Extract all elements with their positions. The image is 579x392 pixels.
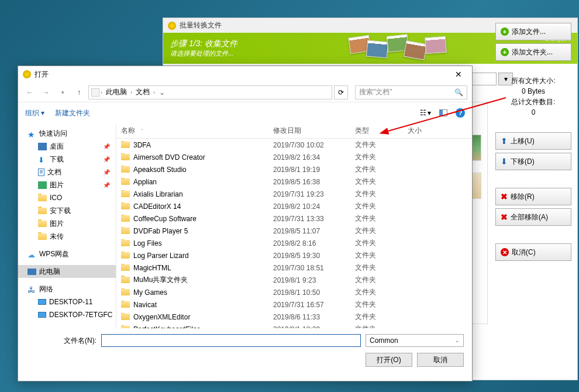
organize-button[interactable]: 组织 ▾ bbox=[25, 108, 44, 118]
chevron-right-icon[interactable]: › bbox=[130, 90, 132, 95]
file-row[interactable]: DVDFab Player 52019/8/5 11:07文件夹 bbox=[116, 225, 472, 237]
file-row[interactable]: Apeaksoft Studio2019/8/1 19:19文件夹 bbox=[116, 163, 472, 176]
file-name: Applian bbox=[133, 178, 157, 186]
tree-item[interactable]: ⬇下载📌 bbox=[18, 153, 116, 166]
file-row[interactable]: MuMu共享文件夹2019/8/1 9:23文件夹 bbox=[116, 274, 472, 286]
cancel-button[interactable]: 取消 bbox=[417, 353, 464, 367]
breadcrumb[interactable]: › 此电脑 › 文档 › ⌄ bbox=[88, 85, 332, 99]
file-type: 文件夹 bbox=[350, 275, 403, 285]
file-name: My Games bbox=[133, 288, 167, 297]
remove-button[interactable]: ✖移除(R) bbox=[495, 188, 571, 205]
chevron-right-icon[interactable]: › bbox=[153, 90, 155, 95]
file-row[interactable]: CADEditorX 142019/8/2 10:24文件夹 bbox=[116, 200, 472, 212]
pictures-icon bbox=[38, 181, 47, 189]
chevron-right-icon[interactable]: › bbox=[101, 90, 102, 95]
file-name: Log Parser Lizard bbox=[133, 252, 189, 260]
tree-item[interactable]: DESKTOP-11 bbox=[18, 295, 116, 308]
tree-item[interactable]: ICO bbox=[18, 191, 116, 204]
search-placeholder: 搜索"文档" bbox=[359, 87, 392, 97]
search-input[interactable]: 搜索"文档" 🔍 bbox=[355, 85, 467, 99]
file-type: 文件夹 bbox=[350, 214, 403, 223]
col-date-header[interactable]: 修改日期 bbox=[268, 126, 350, 136]
file-row[interactable]: Aimersoft DVD Creator2019/8/2 16:34文件夹 bbox=[116, 151, 472, 163]
back-button[interactable]: ← bbox=[23, 85, 37, 99]
file-name: Aimersoft DVD Creator bbox=[133, 153, 205, 161]
plus-icon: + bbox=[501, 27, 509, 36]
file-row[interactable]: PerfectKeyboardFiles2019/8/1 18:39文件夹 bbox=[116, 323, 472, 328]
document-icon bbox=[38, 169, 44, 176]
file-type: 文件夹 bbox=[350, 189, 403, 199]
folder-icon bbox=[121, 252, 130, 259]
file-type: 文件夹 bbox=[350, 177, 403, 187]
doc-icon bbox=[91, 88, 99, 97]
remove-all-button[interactable]: ✖全部移除(A) bbox=[495, 208, 571, 226]
filetype-filter[interactable]: Common⌄ bbox=[366, 334, 464, 347]
file-type: 文件夹 bbox=[350, 287, 403, 297]
folder-icon bbox=[121, 191, 130, 197]
tree-item-label: 下载 bbox=[50, 154, 64, 164]
filename-input[interactable] bbox=[101, 334, 361, 347]
file-name: Axialis Librarian bbox=[133, 190, 183, 198]
open-button[interactable]: 打开(O) bbox=[366, 353, 412, 367]
breadcrumb-segment[interactable]: 此电脑 bbox=[104, 87, 129, 97]
network-icon: 🖧 bbox=[27, 286, 36, 293]
view-mode-button[interactable]: ☷ ▾ bbox=[420, 109, 431, 117]
refresh-button[interactable]: ⟳ bbox=[334, 85, 348, 99]
tree-item[interactable]: ★快速访问 bbox=[18, 127, 116, 140]
pin-icon: 📌 bbox=[103, 182, 110, 188]
help-icon[interactable]: ? bbox=[456, 108, 465, 118]
tree-item[interactable]: 图片 bbox=[18, 217, 116, 230]
file-name: Log Files bbox=[133, 239, 162, 247]
tree-item[interactable]: 🖧网络 bbox=[18, 283, 116, 295]
tree-item[interactable]: 此电脑 bbox=[18, 265, 116, 278]
file-name: CoffeeCup Software bbox=[133, 215, 197, 223]
tree-item[interactable]: ☁WPS网盘 bbox=[18, 247, 116, 260]
up-button[interactable]: ↑ bbox=[72, 85, 86, 99]
file-row[interactable]: CoffeeCup Software2019/7/31 13:33文件夹 bbox=[116, 212, 472, 225]
tree-item[interactable]: 未传 bbox=[18, 230, 116, 243]
breadcrumb-segment[interactable]: 文档 bbox=[133, 87, 152, 97]
move-up-button[interactable]: ⬆上移(U) bbox=[495, 132, 571, 150]
tree-item[interactable]: 桌面📌 bbox=[18, 140, 116, 153]
file-row[interactable]: Axialis Librarian2019/7/31 19:23文件夹 bbox=[116, 188, 472, 200]
file-row[interactable]: Log Files2019/8/2 8:16文件夹 bbox=[116, 237, 472, 249]
close-icon[interactable]: ✕ bbox=[450, 70, 467, 79]
forward-button[interactable]: → bbox=[39, 85, 53, 99]
breadcrumb-dropdown[interactable]: ⌄ bbox=[156, 88, 168, 97]
folder-icon bbox=[121, 240, 130, 246]
monitor-icon bbox=[38, 299, 46, 305]
recent-button[interactable]: ▾ bbox=[56, 85, 70, 99]
tree-item[interactable]: 安下载 bbox=[18, 204, 116, 217]
file-row[interactable]: Navicat2019/7/31 16:57文件夹 bbox=[116, 298, 472, 311]
file-date: 2019/8/1 10:50 bbox=[268, 288, 350, 297]
col-name-header[interactable]: 名称˄ bbox=[116, 126, 268, 136]
new-folder-button[interactable]: 新建文件夹 bbox=[55, 108, 90, 118]
move-down-button[interactable]: ⬇下移(D) bbox=[495, 153, 571, 170]
tree-item-label: 快速访问 bbox=[39, 129, 67, 139]
tree-item[interactable]: 文档📌 bbox=[18, 166, 116, 178]
cancel-button[interactable]: ✕取消(C) bbox=[495, 243, 571, 261]
search-icon[interactable]: 🔍 bbox=[454, 88, 463, 97]
add-folder-button[interactable]: +添加文件夹... bbox=[495, 43, 571, 61]
folder-icon bbox=[121, 215, 130, 222]
dialog-icon bbox=[23, 70, 31, 78]
file-row[interactable]: Applian2019/8/5 16:38文件夹 bbox=[116, 176, 472, 188]
file-row[interactable]: My Games2019/8/1 10:50文件夹 bbox=[116, 286, 472, 298]
dialog-toolbar: 组织 ▾ 新建文件夹 ☷ ▾ ? bbox=[18, 102, 472, 123]
file-row[interactable]: MagicHTML2019/7/30 18:51文件夹 bbox=[116, 262, 472, 274]
file-row[interactable]: OxygenXMLEditor2019/8/6 11:33文件夹 bbox=[116, 311, 472, 323]
file-row[interactable]: Log Parser Lizard2019/8/5 19:30文件夹 bbox=[116, 249, 472, 262]
dialog-title: 打开 bbox=[35, 70, 450, 80]
col-size-header[interactable]: 大小 bbox=[403, 126, 450, 136]
dialog-nav: ← → ▾ ↑ › 此电脑 › 文档 › ⌄ ⟳ 搜索"文档" 🔍 bbox=[18, 82, 472, 102]
add-file-button[interactable]: +添加文件... bbox=[495, 23, 571, 40]
folder-icon bbox=[121, 166, 130, 173]
file-date: 2019/7/30 18:51 bbox=[268, 264, 350, 272]
file-name: DVDFab Player 5 bbox=[133, 227, 188, 235]
file-row[interactable]: 3DFA2019/7/30 10:02文件夹 bbox=[116, 139, 472, 151]
tree-item[interactable]: 图片📌 bbox=[18, 178, 116, 191]
col-type-header[interactable]: 类型 bbox=[350, 126, 403, 136]
preview-pane-button[interactable] bbox=[439, 109, 447, 116]
file-type: 文件夹 bbox=[350, 312, 403, 322]
tree-item[interactable]: DESKTOP-7ETGFC bbox=[18, 308, 116, 321]
